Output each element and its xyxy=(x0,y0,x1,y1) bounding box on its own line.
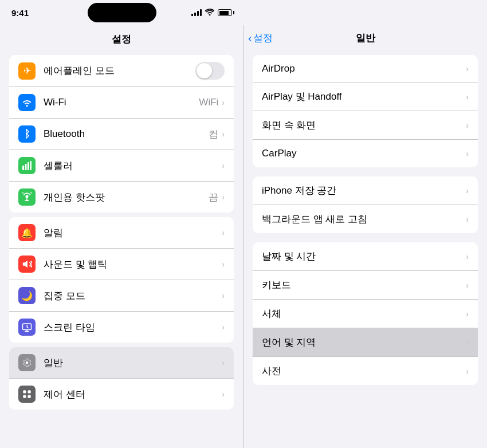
right-item-background[interactable]: 백그라운드 앱 새로 고침 › xyxy=(253,205,478,233)
settings-item-controlcenter[interactable]: 제어 센터 › xyxy=(9,379,234,410)
settings-item-screentime[interactable]: 스크린 타임 › xyxy=(9,312,234,343)
svg-rect-8 xyxy=(28,390,31,393)
hotspot-chevron: › xyxy=(222,192,225,202)
carplay-chevron: › xyxy=(466,149,469,158)
sounds-icon xyxy=(18,256,36,273)
notifications-label: 알림 xyxy=(44,226,222,239)
airplane-toggle-thumb xyxy=(197,63,212,78)
bar3 xyxy=(197,11,199,16)
bar1 xyxy=(191,14,193,16)
settings-item-sounds[interactable]: 사운드 및 햅틱 › xyxy=(9,249,234,280)
pip-label: 화면 속 화면 xyxy=(262,119,466,132)
airplane-label: 에어플레인 모드 xyxy=(44,64,195,77)
settings-item-notifications[interactable]: 🔔 알림 › xyxy=(9,217,234,249)
bluetooth-label: Bluetooth xyxy=(44,128,209,140)
cellular-chevron: › xyxy=(222,161,225,170)
pip-chevron: › xyxy=(466,121,469,130)
wifi-label: Wi-Fi xyxy=(44,97,199,108)
controlcenter-label: 제어 센터 xyxy=(44,388,222,401)
right-header: ‹ 설정 일반 xyxy=(244,0,487,50)
language-chevron: › xyxy=(466,338,469,347)
right-item-fonts[interactable]: 서체 › xyxy=(253,300,478,328)
right-item-storage[interactable]: iPhone 저장 공간 › xyxy=(253,176,478,205)
airdrop-label: AirDrop xyxy=(262,63,466,74)
left-header: 설정 xyxy=(0,25,243,50)
fonts-chevron: › xyxy=(466,309,469,319)
right-item-pip[interactable]: 화면 속 화면 › xyxy=(253,111,478,140)
datetime-label: 날짜 및 시간 xyxy=(262,250,466,263)
storage-chevron: › xyxy=(466,186,469,195)
battery-icon xyxy=(218,9,232,16)
screentime-icon xyxy=(18,319,36,336)
wifi-chevron: › xyxy=(222,98,225,107)
airplay-chevron: › xyxy=(466,92,469,101)
hotspot-label: 개인용 핫스팟 xyxy=(44,191,209,204)
back-button[interactable]: ‹ 설정 xyxy=(248,32,273,45)
bar4 xyxy=(200,9,202,16)
focus-label: 집중 모드 xyxy=(44,289,222,302)
general-chevron: › xyxy=(222,358,225,367)
dynamic-island xyxy=(88,3,156,22)
fonts-label: 서체 xyxy=(262,307,466,320)
settings-group-notifications: 🔔 알림 › 사운드 및 햅틱 › xyxy=(9,217,234,343)
bluetooth-value: 컴 xyxy=(209,128,218,141)
notifications-icon: 🔔 xyxy=(18,224,36,241)
right-item-airdrop[interactable]: AirDrop › xyxy=(253,55,478,82)
right-item-dictionary[interactable]: 사전 › xyxy=(253,357,478,385)
right-item-keyboard[interactable]: 키보드 › xyxy=(253,271,478,300)
wifi-icon xyxy=(18,94,36,111)
airplay-label: AirPlay 및 Handoff xyxy=(262,90,466,103)
status-bar: 9:41 xyxy=(0,0,244,25)
right-group-2: iPhone 저장 공간 › 백그라운드 앱 새로 고침 › xyxy=(253,176,478,233)
svg-rect-7 xyxy=(23,390,26,393)
keyboard-chevron: › xyxy=(466,281,469,290)
right-item-datetime[interactable]: 날짜 및 시간 › xyxy=(253,242,478,271)
dictionary-label: 사전 xyxy=(262,364,466,378)
carplay-label: CarPlay xyxy=(262,148,466,159)
left-panel: 9:41 설정 xyxy=(0,0,244,448)
background-chevron: › xyxy=(466,215,469,224)
settings-item-cellular[interactable]: 셀룰러 › xyxy=(9,150,234,182)
settings-group-general: 일반 › 제어 센터 › xyxy=(9,347,234,410)
airdrop-chevron: › xyxy=(466,64,469,73)
keyboard-label: 키보드 xyxy=(262,278,466,292)
settings-item-general[interactable]: 일반 › xyxy=(9,347,234,379)
back-chevron-icon: ‹ xyxy=(248,32,252,45)
settings-list: ✈ 에어플레인 모드 Wi-Fi xyxy=(0,55,243,410)
settings-item-hotspot[interactable]: 개인용 핫스팟 끔 › xyxy=(9,182,234,213)
right-item-language[interactable]: 언어 및 지역 › xyxy=(253,328,478,357)
settings-item-airplane[interactable]: ✈ 에어플레인 모드 xyxy=(9,55,234,87)
background-label: 백그라운드 앱 새로 고침 xyxy=(262,213,466,226)
sounds-chevron: › xyxy=(222,260,225,269)
language-label: 언어 및 지역 xyxy=(262,336,466,349)
left-title: 설정 xyxy=(11,33,231,46)
bluetooth-chevron: › xyxy=(222,129,225,139)
dictionary-chevron: › xyxy=(466,367,469,376)
settings-item-focus[interactable]: 🌙 집중 모드 › xyxy=(9,280,234,312)
airplane-icon: ✈ xyxy=(18,62,36,80)
right-group-3: 날짜 및 시간 › 키보드 › 서체 › 언어 및 지역 › 사전 › xyxy=(253,242,478,385)
general-icon xyxy=(18,354,36,371)
airplane-toggle[interactable] xyxy=(195,62,225,80)
airplane-toggle-container xyxy=(195,62,225,80)
right-title: 일반 xyxy=(253,32,478,45)
svg-rect-3 xyxy=(30,161,32,170)
svg-rect-10 xyxy=(28,395,31,398)
signal-bars xyxy=(191,9,202,16)
cellular-label: 셀룰러 xyxy=(44,159,222,172)
right-group-1: AirDrop › AirPlay 및 Handoff › 화면 속 화면 › … xyxy=(253,55,478,167)
general-label: 일반 xyxy=(44,356,222,370)
right-item-carplay[interactable]: CarPlay › xyxy=(253,140,478,167)
svg-rect-2 xyxy=(28,162,29,170)
focus-icon: 🌙 xyxy=(18,287,36,304)
right-item-airplay[interactable]: AirPlay 및 Handoff › xyxy=(253,82,478,111)
settings-item-wifi[interactable]: Wi-Fi WiFi › xyxy=(9,87,234,119)
main-layout: 9:41 설정 xyxy=(0,0,487,448)
bar2 xyxy=(194,13,196,16)
settings-group-connectivity: ✈ 에어플레인 모드 Wi-Fi xyxy=(9,55,234,213)
controlcenter-chevron: › xyxy=(222,390,225,399)
controlcenter-icon xyxy=(18,386,36,403)
settings-item-bluetooth[interactable]: ᛒ Bluetooth 컴 › xyxy=(9,119,234,150)
wifi-value: WiFi xyxy=(199,97,218,108)
right-list: AirDrop › AirPlay 및 Handoff › 화면 속 화면 › … xyxy=(244,50,487,399)
